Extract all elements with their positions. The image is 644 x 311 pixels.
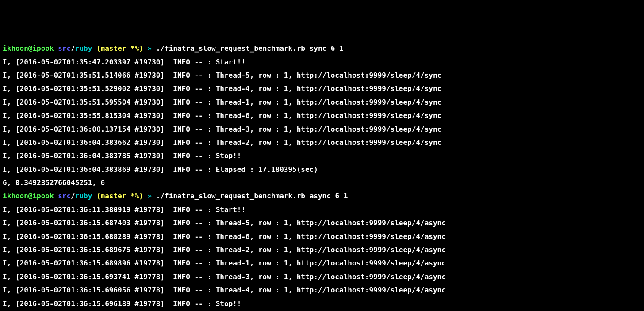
log-line: I, [2016-05-02T01:35:51.529002 #19730] I… <box>3 82 641 95</box>
prompt-path-ruby: ruby <box>75 44 92 53</box>
log-line: 6, 0.3492352766045251, 6 <box>3 176 641 190</box>
prompt-slash: / <box>71 44 75 53</box>
prompt-userhost: ikhoon@ipook <box>3 192 54 200</box>
prompt-path-ruby: ruby <box>75 192 92 200</box>
log-line: I, [2016-05-02T01:36:15.693741 #19778] I… <box>3 270 641 284</box>
prompt-line: ikhoon@ipook src/ruby (master *%) » ./fi… <box>3 190 641 203</box>
log-line: I, [2016-05-02T01:36:15.689675 #19778] I… <box>3 243 641 257</box>
log-line: I, [2016-05-02T01:36:15.689896 #19778] I… <box>3 257 641 270</box>
prompt-path-src: src <box>58 192 71 200</box>
log-line: I, [2016-05-02T01:36:15.688289 #19778] I… <box>3 230 641 243</box>
log-line: I, [2016-05-02T01:36:11.380919 #19778] I… <box>3 203 641 216</box>
prompt-branch: (master *%) <box>96 44 143 53</box>
log-line: I, [2016-05-02T01:36:15.687403 #19778] I… <box>3 216 641 230</box>
command-text: ./finatra_slow_request_benchmark.rb asyn… <box>156 192 348 200</box>
log-line: I, [2016-05-02T01:36:15.696056 #19778] I… <box>3 284 641 297</box>
prompt-slash: / <box>71 192 75 200</box>
prompt-chevron: » <box>148 192 152 200</box>
prompt-line: ikhoon@ipook src/ruby (master *%) » ./fi… <box>3 42 641 55</box>
log-line: I, [2016-05-02T01:36:15.696189 #19778] I… <box>3 297 641 311</box>
log-line: I, [2016-05-02T01:36:04.383869 #19730] I… <box>3 163 641 176</box>
command-text: ./finatra_slow_request_benchmark.rb sync… <box>156 44 344 53</box>
prompt-path-src: src <box>58 44 71 53</box>
log-line: I, [2016-05-02T01:35:47.203397 #19730] I… <box>3 56 641 69</box>
log-line: I, [2016-05-02T01:36:04.383785 #19730] I… <box>3 149 641 163</box>
prompt-branch: (master *%) <box>96 192 143 200</box>
log-line: I, [2016-05-02T01:35:51.514066 #19730] I… <box>3 69 641 82</box>
log-line: I, [2016-05-02T01:35:51.595504 #19730] I… <box>3 96 641 109</box>
log-line: I, [2016-05-02T01:36:04.383662 #19730] I… <box>3 136 641 149</box>
prompt-chevron: » <box>148 44 152 53</box>
log-line: I, [2016-05-02T01:35:55.815304 #19730] I… <box>3 109 641 122</box>
prompt-userhost: ikhoon@ipook <box>3 44 54 53</box>
log-line: I, [2016-05-02T01:36:00.137154 #19730] I… <box>3 123 641 136</box>
terminal-output[interactable]: ikhoon@ipook src/ruby (master *%) » ./fi… <box>3 42 641 311</box>
